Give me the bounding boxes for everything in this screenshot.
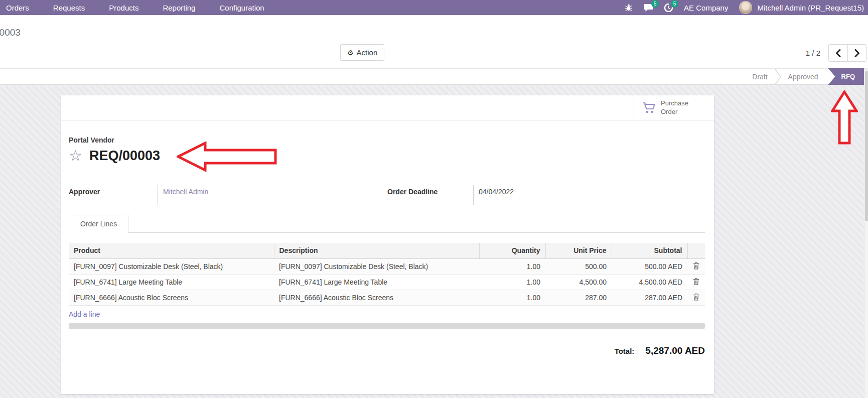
tab-order-lines[interactable]: Order Lines [69,215,128,233]
col-header-subtotal: Subtotal [612,243,687,258]
activities-badge: 5 [671,0,678,8]
cell-product[interactable]: [FURN_6666] Acoustic Bloc Screens [69,290,274,305]
stage-rfq[interactable]: RFQ [828,68,864,85]
cell-quantity[interactable]: 1.00 [479,290,545,305]
delete-row-button[interactable] [687,274,705,290]
order-lines-table: Product Description Quantity Unit Price … [69,243,705,306]
annotation-arrow-up-icon [831,90,858,147]
cell-subtotal[interactable]: 500.00 AED [612,258,687,274]
delete-row-button[interactable] [687,258,705,274]
cell-description[interactable]: [FURN_6741] Large Meeting Table [274,274,479,290]
stage-separator-icon [775,69,781,85]
vertical-scrollbar[interactable] [864,69,868,398]
approver-value[interactable]: Mitchell Admin [158,185,258,205]
cell-quantity[interactable]: 1.00 [479,274,545,290]
activities-icon[interactable]: 5 [664,4,673,12]
cell-unit-price[interactable]: 287.00 [545,290,612,305]
nav-item-requests[interactable]: Requests [53,4,85,12]
purchase-order-smart-button[interactable]: Purchase Order [634,95,714,120]
stage-draft[interactable]: Draft [745,73,774,81]
table-row: [FURN_6666] Acoustic Bloc Screens[FURN_6… [69,290,705,305]
main-menu: Orders Requests Products Reporting Confi… [0,4,264,12]
annotation-arrow-left-icon [177,142,277,174]
col-header-quantity: Quantity [479,243,545,258]
cell-subtotal[interactable]: 4,500.00 AED [612,274,687,290]
horizontal-scrollbar[interactable] [69,323,705,329]
pager: 1 / 2 [806,44,866,62]
cell-unit-price[interactable]: 500.00 [545,258,612,274]
trash-icon [693,263,699,271]
cell-quantity[interactable]: 1.00 [479,258,545,274]
order-deadline-value: 04/04/2022 [473,185,573,205]
nav-item-products[interactable]: Products [109,4,138,12]
total-value: 5,287.00 AED [645,345,705,356]
trash-icon [693,279,699,287]
record-name: REQ/00003 [89,148,160,164]
trash-icon [693,294,699,302]
vertical-scrollbar-thumb[interactable] [865,71,868,221]
cell-unit-price[interactable]: 4,500.00 [545,274,612,290]
form-sheet: Purchase Order Portal Vendor ☆ REQ/00003… [61,95,714,394]
smart-button-row: Purchase Order [61,95,714,120]
pager-previous-button[interactable] [829,45,847,61]
table-row: [FURN_0097] Customizable Desk (Steel, Bl… [69,258,705,274]
add-a-line-link[interactable]: Add a line [69,310,100,318]
user-menu[interactable]: Mitchell Admin (PR_Request15) [739,1,864,14]
cell-description[interactable]: [FURN_0097] Customizable Desk (Steel, Bl… [274,258,479,274]
gear-icon: ⚙ [347,49,354,57]
table-row: [FURN_6741] Large Meeting Table[FURN_674… [69,274,705,290]
notebook-tabs: Order Lines [69,215,705,233]
approver-label: Approver [69,185,158,205]
cell-description[interactable]: [FURN_6666] Acoustic Bloc Screens [274,290,479,305]
col-header-description: Description [274,243,479,258]
status-bar: Draft Approved RFQ [0,68,868,85]
col-header-actions [687,243,705,258]
pager-next-button[interactable] [847,45,866,61]
avatar[interactable] [739,1,752,14]
action-button-label: Action [357,48,378,57]
shopping-cart-icon [642,102,656,114]
col-header-unit-price: Unit Price [545,243,612,258]
messages-badge: 5 [651,0,659,8]
cell-product[interactable]: [FURN_6741] Large Meeting Table [69,274,274,290]
portal-vendor-label: Portal Vendor [69,136,705,144]
table-header-row: Product Description Quantity Unit Price … [69,243,705,258]
breadcrumb: 00003 [0,27,30,38]
messages-icon[interactable]: 5 [644,4,653,12]
total-label: Total: [615,347,635,355]
delete-row-button[interactable] [687,290,705,305]
stage-approved[interactable]: Approved [781,73,825,81]
control-panel: 00003 ⚙ Action 1 / 2 [0,15,868,68]
smart-button-label: Purchase Order [661,99,692,116]
nav-item-orders[interactable]: Orders [6,4,29,12]
nav-item-configuration[interactable]: Configuration [219,4,264,12]
action-button[interactable]: ⚙ Action [340,44,384,61]
breadcrumb-item: 00003 [0,27,21,38]
order-deadline-label: Order Deadline [387,185,473,205]
top-nav-bar: Orders Requests Products Reporting Confi… [0,0,868,15]
pager-count: 1 / 2 [806,49,820,57]
odoo-window: Orders Requests Products Reporting Confi… [0,0,868,398]
order-lines-body: [FURN_0097] Customizable Desk (Steel, Bl… [69,258,705,305]
nav-item-reporting[interactable]: Reporting [163,4,195,12]
cell-product[interactable]: [FURN_0097] Customizable Desk (Steel, Bl… [69,258,274,274]
company-switcher[interactable]: AE Company [684,4,728,12]
favorite-star-icon[interactable]: ☆ [69,148,82,163]
col-header-product: Product [69,243,274,258]
cell-subtotal[interactable]: 287.00 AED [612,290,687,305]
user-name: Mitchell Admin (PR_Request15) [757,4,864,12]
bug-icon[interactable] [625,4,633,12]
